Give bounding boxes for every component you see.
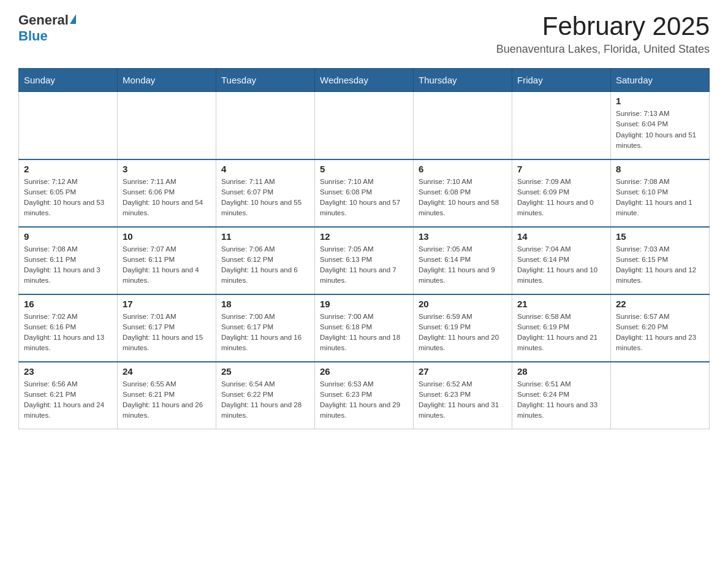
logo-blue-text: Blue <box>18 28 48 44</box>
day-info: Sunrise: 7:00 AMSunset: 6:17 PMDaylight:… <box>221 312 309 354</box>
calendar-subtitle: Buenaventura Lakes, Florida, United Stat… <box>496 43 710 56</box>
day-info: Sunrise: 6:57 AMSunset: 6:20 PMDaylight:… <box>616 312 704 354</box>
calendar-cell-w2-d7: 8Sunrise: 7:08 AMSunset: 6:10 PMDaylight… <box>611 159 710 227</box>
calendar-cell-w4-d6: 21Sunrise: 6:58 AMSunset: 6:19 PMDayligh… <box>512 294 611 362</box>
calendar-cell-w2-d3: 4Sunrise: 7:11 AMSunset: 6:07 PMDaylight… <box>216 159 315 227</box>
day-info: Sunrise: 6:59 AMSunset: 6:19 PMDaylight:… <box>419 312 507 354</box>
day-info: Sunrise: 6:54 AMSunset: 6:22 PMDaylight:… <box>221 379 309 421</box>
calendar-week-5: 23Sunrise: 6:56 AMSunset: 6:21 PMDayligh… <box>19 362 710 429</box>
calendar-cell-w4-d1: 16Sunrise: 7:02 AMSunset: 6:16 PMDayligh… <box>19 294 118 362</box>
logo-triangle-icon <box>70 14 76 24</box>
day-number: 6 <box>419 164 507 174</box>
header-tuesday: Tuesday <box>216 69 315 92</box>
header-monday: Monday <box>118 69 216 92</box>
day-number: 13 <box>419 231 507 242</box>
calendar-cell-w2-d1: 2Sunrise: 7:12 AMSunset: 6:05 PMDaylight… <box>19 159 118 227</box>
day-number: 2 <box>24 164 112 174</box>
day-info: Sunrise: 7:12 AMSunset: 6:05 PMDaylight:… <box>24 177 112 219</box>
day-number: 14 <box>517 231 605 242</box>
calendar-cell-w3-d7: 15Sunrise: 7:03 AMSunset: 6:15 PMDayligh… <box>611 227 710 294</box>
calendar-cell-w5-d7 <box>611 362 710 429</box>
day-info: Sunrise: 7:13 AMSunset: 6:04 PMDaylight:… <box>616 109 704 151</box>
day-number: 9 <box>24 231 112 242</box>
day-number: 22 <box>616 299 704 309</box>
calendar-body: 1Sunrise: 7:13 AMSunset: 6:04 PMDaylight… <box>19 92 710 429</box>
day-info: Sunrise: 7:05 AMSunset: 6:14 PMDaylight:… <box>419 244 507 286</box>
day-info: Sunrise: 6:52 AMSunset: 6:23 PMDaylight:… <box>419 379 507 421</box>
calendar-header: Sunday Monday Tuesday Wednesday Thursday… <box>19 69 710 92</box>
day-number: 4 <box>221 164 309 174</box>
calendar-cell-w4-d7: 22Sunrise: 6:57 AMSunset: 6:20 PMDayligh… <box>611 294 710 362</box>
calendar-week-3: 9Sunrise: 7:08 AMSunset: 6:11 PMDaylight… <box>19 227 710 294</box>
day-info: Sunrise: 7:07 AMSunset: 6:11 PMDaylight:… <box>123 244 211 286</box>
day-number: 5 <box>320 164 408 174</box>
calendar-cell-w1-d1 <box>19 92 118 159</box>
day-number: 7 <box>517 164 605 174</box>
page-header: General Blue February 2025 Buenaventura … <box>18 12 710 56</box>
day-info: Sunrise: 7:08 AMSunset: 6:11 PMDaylight:… <box>24 244 112 286</box>
calendar-cell-w1-d2 <box>118 92 216 159</box>
day-info: Sunrise: 7:02 AMSunset: 6:16 PMDaylight:… <box>24 312 112 354</box>
day-info: Sunrise: 7:11 AMSunset: 6:06 PMDaylight:… <box>123 177 211 219</box>
calendar-cell-w5-d3: 25Sunrise: 6:54 AMSunset: 6:22 PMDayligh… <box>216 362 315 429</box>
calendar-cell-w5-d4: 26Sunrise: 6:53 AMSunset: 6:23 PMDayligh… <box>315 362 414 429</box>
calendar-cell-w5-d1: 23Sunrise: 6:56 AMSunset: 6:21 PMDayligh… <box>19 362 118 429</box>
calendar-cell-w3-d2: 10Sunrise: 7:07 AMSunset: 6:11 PMDayligh… <box>118 227 216 294</box>
header-thursday: Thursday <box>414 69 512 92</box>
day-info: Sunrise: 6:58 AMSunset: 6:19 PMDaylight:… <box>517 312 605 354</box>
calendar-cell-w2-d2: 3Sunrise: 7:11 AMSunset: 6:06 PMDaylight… <box>118 159 216 227</box>
day-number: 8 <box>616 164 704 174</box>
day-number: 18 <box>221 299 309 309</box>
day-number: 20 <box>419 299 507 309</box>
calendar-week-1: 1Sunrise: 7:13 AMSunset: 6:04 PMDaylight… <box>19 92 710 159</box>
calendar-cell-w1-d7: 1Sunrise: 7:13 AMSunset: 6:04 PMDaylight… <box>611 92 710 159</box>
day-info: Sunrise: 7:11 AMSunset: 6:07 PMDaylight:… <box>221 177 309 219</box>
day-number: 17 <box>123 299 211 309</box>
day-number: 12 <box>320 231 408 242</box>
calendar-cell-w1-d3 <box>216 92 315 159</box>
day-info: Sunrise: 7:05 AMSunset: 6:13 PMDaylight:… <box>320 244 408 286</box>
day-number: 1 <box>616 96 704 106</box>
header-wednesday: Wednesday <box>315 69 414 92</box>
calendar-cell-w1-d6 <box>512 92 611 159</box>
header-row: Sunday Monday Tuesday Wednesday Thursday… <box>19 69 710 92</box>
calendar-cell-w2-d5: 6Sunrise: 7:10 AMSunset: 6:08 PMDaylight… <box>414 159 512 227</box>
day-info: Sunrise: 7:03 AMSunset: 6:15 PMDaylight:… <box>616 244 704 286</box>
day-number: 27 <box>419 366 507 377</box>
day-number: 21 <box>517 299 605 309</box>
calendar-title: February 2025 <box>496 12 710 40</box>
calendar-cell-w4-d4: 19Sunrise: 7:00 AMSunset: 6:18 PMDayligh… <box>315 294 414 362</box>
day-info: Sunrise: 7:00 AMSunset: 6:18 PMDaylight:… <box>320 312 408 354</box>
calendar-cell-w1-d5 <box>414 92 512 159</box>
day-info: Sunrise: 6:56 AMSunset: 6:21 PMDaylight:… <box>24 379 112 421</box>
calendar-cell-w5-d6: 28Sunrise: 6:51 AMSunset: 6:24 PMDayligh… <box>512 362 611 429</box>
day-number: 28 <box>517 366 605 377</box>
calendar-cell-w4-d5: 20Sunrise: 6:59 AMSunset: 6:19 PMDayligh… <box>414 294 512 362</box>
calendar-week-2: 2Sunrise: 7:12 AMSunset: 6:05 PMDaylight… <box>19 159 710 227</box>
header-saturday: Saturday <box>611 69 710 92</box>
calendar-cell-w2-d4: 5Sunrise: 7:10 AMSunset: 6:08 PMDaylight… <box>315 159 414 227</box>
day-number: 16 <box>24 299 112 309</box>
calendar-cell-w3-d1: 9Sunrise: 7:08 AMSunset: 6:11 PMDaylight… <box>19 227 118 294</box>
calendar-cell-w3-d5: 13Sunrise: 7:05 AMSunset: 6:14 PMDayligh… <box>414 227 512 294</box>
title-block: February 2025 Buenaventura Lakes, Florid… <box>496 12 710 56</box>
calendar-week-4: 16Sunrise: 7:02 AMSunset: 6:16 PMDayligh… <box>19 294 710 362</box>
day-info: Sunrise: 7:01 AMSunset: 6:17 PMDaylight:… <box>123 312 211 354</box>
day-number: 23 <box>24 366 112 377</box>
calendar-cell-w4-d3: 18Sunrise: 7:00 AMSunset: 6:17 PMDayligh… <box>216 294 315 362</box>
day-number: 15 <box>616 231 704 242</box>
day-info: Sunrise: 7:10 AMSunset: 6:08 PMDaylight:… <box>320 177 408 219</box>
calendar-cell-w2-d6: 7Sunrise: 7:09 AMSunset: 6:09 PMDaylight… <box>512 159 611 227</box>
calendar-cell-w3-d3: 11Sunrise: 7:06 AMSunset: 6:12 PMDayligh… <box>216 227 315 294</box>
day-number: 11 <box>221 231 309 242</box>
day-number: 19 <box>320 299 408 309</box>
calendar-cell-w5-d5: 27Sunrise: 6:52 AMSunset: 6:23 PMDayligh… <box>414 362 512 429</box>
calendar-table: Sunday Monday Tuesday Wednesday Thursday… <box>18 68 710 429</box>
day-number: 26 <box>320 366 408 377</box>
calendar-cell-w1-d4 <box>315 92 414 159</box>
calendar-cell-w3-d6: 14Sunrise: 7:04 AMSunset: 6:14 PMDayligh… <box>512 227 611 294</box>
day-info: Sunrise: 7:10 AMSunset: 6:08 PMDaylight:… <box>419 177 507 219</box>
day-number: 10 <box>123 231 211 242</box>
day-number: 25 <box>221 366 309 377</box>
header-friday: Friday <box>512 69 611 92</box>
